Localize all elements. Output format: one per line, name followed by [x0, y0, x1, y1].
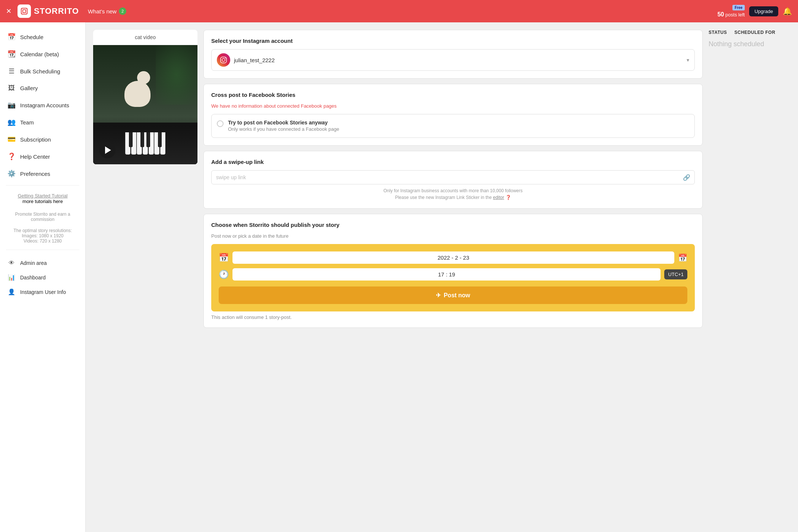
- sidebar-label: Calendar (beta): [20, 51, 59, 57]
- logo-icon: [18, 4, 31, 18]
- play-button[interactable]: [99, 142, 115, 158]
- sidebar-item-bulk[interactable]: ☰ Bulk Scheduling: [0, 63, 85, 80]
- video-panel: cat video: [93, 30, 197, 164]
- sidebar-item-gallery[interactable]: 🖼 Gallery: [0, 80, 85, 96]
- schedule-card: Choose when Storrito should publish your…: [203, 214, 703, 328]
- video-title: cat video: [93, 30, 197, 45]
- logo-text: STORRITO: [34, 6, 79, 16]
- gallery-icon: 🖼: [7, 84, 16, 92]
- connected-link[interactable]: connected: [277, 103, 300, 109]
- chevron-down-icon: ▾: [687, 57, 689, 63]
- time-input[interactable]: [232, 268, 661, 281]
- status-panel: STATUS SCHEDULED FOR Nothing scheduled: [709, 30, 791, 525]
- facebook-card: Cross post to Facebook Stories We have n…: [203, 84, 703, 146]
- date-picker-box: 📅 📅 🕐 UTC+1 ✈ Post now: [211, 244, 695, 311]
- logo: STORRITO: [18, 4, 79, 18]
- account-name: julian_test_2222: [234, 57, 683, 63]
- sidebar-label: Instagram Accounts: [20, 102, 69, 108]
- post-now-button[interactable]: ✈ Post now: [219, 286, 687, 304]
- subscription-icon: 💳: [7, 135, 16, 143]
- sidebar-item-team[interactable]: 👥 Team: [0, 114, 85, 131]
- bell-icon[interactable]: 🔔: [783, 7, 792, 16]
- tutorial-link[interactable]: Getting Started Tutorial: [18, 193, 68, 199]
- bulk-icon: ☰: [7, 67, 16, 75]
- account-section-title: Select your Instagram account: [211, 38, 695, 44]
- post-now-label: Post now: [444, 292, 470, 299]
- clock-icon: 🕐: [219, 270, 229, 279]
- post-now-icon: ✈: [436, 292, 441, 299]
- close-button[interactable]: ✕: [6, 7, 12, 15]
- sidebar-item-dashboard[interactable]: 📊 Dashboard: [0, 270, 85, 285]
- calendar-icon: 📆: [7, 50, 16, 58]
- sidebar-label: Bulk Scheduling: [20, 68, 60, 75]
- tutorial-section: Getting Started Tutorial more tutorials …: [0, 189, 85, 209]
- form-panel: Select your Instagram account julian_tes…: [203, 30, 703, 525]
- free-badge: Free: [732, 5, 745, 10]
- sidebar-bottom: 👁 Admin area 📊 Dashboard 👤 Instagram Use…: [0, 256, 85, 299]
- timezone-badge: UTC+1: [664, 269, 687, 279]
- tab-status[interactable]: STATUS: [709, 30, 727, 35]
- swipe-input-wrap: 🔗: [211, 170, 695, 184]
- sidebar-item-admin[interactable]: 👁 Admin area: [0, 256, 85, 270]
- swipe-input[interactable]: [211, 170, 695, 184]
- whatsnew-button[interactable]: What's new 2: [88, 7, 126, 15]
- help-icon: ❓: [7, 152, 16, 161]
- swipeup-section-title: Add a swipe-up link: [211, 159, 695, 165]
- calendar-icon: 📅: [219, 253, 229, 263]
- swipe-note: Only for Instagram business accounts wit…: [211, 187, 695, 201]
- radio-input[interactable]: [217, 120, 224, 127]
- resolution-info: The optimal story resolutions: Images: 1…: [0, 225, 85, 247]
- instagram-account-card: Select your Instagram account julian_tes…: [203, 30, 703, 79]
- preferences-icon: ⚙️: [7, 170, 16, 178]
- tab-scheduled[interactable]: SCHEDULED FOR: [734, 30, 775, 35]
- team-icon: 👥: [7, 118, 16, 126]
- whatsnew-label: What's new: [88, 8, 117, 15]
- sidebar-item-subscription[interactable]: 💳 Subscription: [0, 131, 85, 148]
- posts-count: 50 posts left: [718, 11, 745, 18]
- sidebar-label: Instagram User Info: [20, 289, 66, 295]
- sidebar-item-user-info[interactable]: 👤 Instagram User Info: [0, 285, 85, 299]
- account-selector[interactable]: julian_test_2222 ▾: [211, 49, 695, 71]
- sidebar-label: Dashboard: [20, 275, 46, 281]
- calendar-right-icon[interactable]: 📅: [678, 253, 687, 262]
- dashboard-icon: 📊: [7, 274, 16, 281]
- editor-link[interactable]: editor: [493, 195, 504, 200]
- sidebar-item-instagram[interactable]: 📷 Instagram Accounts: [0, 96, 85, 114]
- resolution-title: The optimal story resolutions:: [13, 228, 72, 233]
- sidebar-divider: [6, 185, 79, 186]
- facebook-option[interactable]: Try to post on Facebook Stories anyway O…: [211, 114, 695, 138]
- sidebar-item-schedule[interactable]: 📅 Schedule: [0, 28, 85, 45]
- promote-text: Promote Storrito and earn a commission: [0, 209, 85, 225]
- svg-rect-3: [23, 10, 25, 12]
- facebook-section-title: Cross post to Facebook Stories: [211, 92, 695, 98]
- upgrade-button[interactable]: Upgrade: [749, 6, 778, 16]
- sidebar-label: Subscription: [20, 136, 51, 143]
- sidebar-label: Gallery: [20, 85, 38, 91]
- user-info-icon: 👤: [7, 288, 16, 295]
- resolution-images: Images: 1080 x 1920: [22, 233, 63, 238]
- resolution-videos: Videos: 720 x 1280: [23, 238, 62, 244]
- date-input[interactable]: [232, 251, 674, 264]
- facebook-option-text: Try to post on Facebook Stories anyway O…: [228, 120, 339, 132]
- swipeup-card: Add a swipe-up link 🔗 Only for Instagram…: [203, 151, 703, 209]
- schedule-icon: 📅: [7, 33, 16, 41]
- status-header: STATUS SCHEDULED FOR: [709, 30, 791, 35]
- topnav-right: Free 50 posts left Upgrade 🔔: [718, 5, 792, 18]
- sidebar-label: Schedule: [20, 34, 44, 40]
- sidebar-label: Preferences: [20, 171, 50, 177]
- sidebar-label: Admin area: [20, 260, 47, 266]
- nothing-scheduled: Nothing scheduled: [709, 40, 791, 48]
- right-panel: Select your Instagram account julian_tes…: [203, 30, 791, 525]
- svg-point-6: [225, 58, 226, 58]
- posts-left-area: Free 50 posts left: [718, 5, 745, 18]
- sidebar-item-calendar[interactable]: 📆 Calendar (beta): [0, 45, 85, 63]
- sidebar-label: Team: [20, 119, 34, 126]
- tutorial-more: more tutorials here: [22, 199, 63, 204]
- consume-note: This action will consume 1 story-post.: [211, 314, 695, 320]
- sidebar-label: Help Center: [20, 153, 50, 160]
- admin-icon: 👁: [7, 260, 16, 266]
- main-content: cat video: [86, 22, 798, 532]
- sidebar-divider-2: [6, 250, 79, 250]
- sidebar-item-preferences[interactable]: ⚙️ Preferences: [0, 165, 85, 182]
- sidebar-item-help[interactable]: ❓ Help Center: [0, 148, 85, 165]
